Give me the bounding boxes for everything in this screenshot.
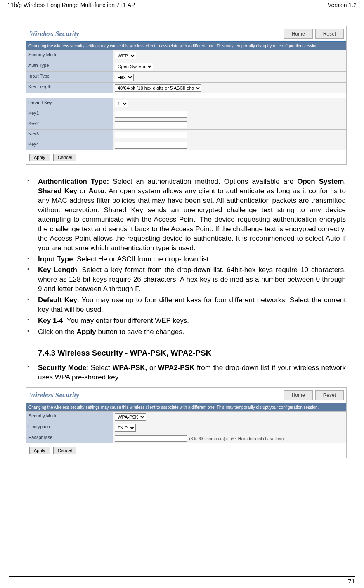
header-left: 11b/g Wireless Long Range Multi-function… xyxy=(7,2,135,8)
key2-input[interactable] xyxy=(115,121,187,128)
security-mode-select[interactable]: WPA-PSK xyxy=(115,413,146,421)
page-number: 71 xyxy=(9,576,355,585)
home-button[interactable]: Home xyxy=(284,29,313,39)
info-strip: Changing the wireless security settings … xyxy=(26,42,346,50)
auth-type-select[interactable]: Open System xyxy=(115,63,153,70)
passphrase-note: (8 to 63 characters) or (64 Hexadecimal … xyxy=(189,436,284,441)
reset-button[interactable]: Reset xyxy=(315,390,344,400)
bullet-default-key: Default Key: You may use up to four diff… xyxy=(18,296,346,315)
bullet-key-1-4: Key 1-4: You may enter four different WE… xyxy=(18,316,346,326)
cancel-button[interactable]: Cancel xyxy=(53,154,76,161)
bullet-auth-type: Authentication Type: Select an authentic… xyxy=(18,177,346,253)
input-type-select[interactable]: Hex xyxy=(115,74,134,81)
key2-label: Key2 xyxy=(26,119,113,129)
input-type-label: Input Type xyxy=(26,72,113,82)
encryption-select[interactable]: TKIP xyxy=(115,424,136,432)
cancel-button[interactable]: Cancel xyxy=(53,447,76,454)
key1-input[interactable] xyxy=(115,111,187,118)
page-header: 11b/g Wireless Long Range Multi-function… xyxy=(0,0,364,9)
default-key-label: Default Key xyxy=(26,98,113,109)
reset-button[interactable]: Reset xyxy=(315,29,344,39)
key-length-label: Key Length xyxy=(26,83,113,93)
encryption-label: Encryption xyxy=(26,422,113,433)
panel-title: Wireless Security xyxy=(29,30,281,38)
panel-title: Wireless Security xyxy=(29,391,281,399)
security-mode-select[interactable]: WEP xyxy=(115,52,136,59)
passphrase-label: Passphrase xyxy=(26,433,113,443)
apply-button[interactable]: Apply xyxy=(29,154,50,161)
default-key-select[interactable]: 1 xyxy=(115,100,128,107)
wireless-security-panel-wep: Wireless Security Home Reset Changing th… xyxy=(26,26,347,165)
key4-label: Key4 xyxy=(26,140,113,150)
security-mode-label: Security Mode xyxy=(26,50,113,61)
header-right: Version 1.2 xyxy=(328,2,357,8)
passphrase-input[interactable] xyxy=(115,435,187,442)
bullet-input-type: Input Type: Select He or ASCII from the … xyxy=(18,255,346,264)
auth-type-label: Auth Type xyxy=(26,61,113,71)
wireless-security-panel-wpa: Wireless Security Home Reset Changing th… xyxy=(26,387,347,458)
home-button[interactable]: Home xyxy=(284,390,313,400)
key1-label: Key1 xyxy=(26,109,113,119)
bullet-apply: Click on the Apply button to save the ch… xyxy=(18,327,346,337)
key3-input[interactable] xyxy=(115,132,187,138)
bullet-key-length: Key Length: Select a key format from the… xyxy=(18,266,346,294)
bullet-security-mode: Security Mode: Select WPA-PSK, or WPA2-P… xyxy=(18,363,346,382)
key-length-select[interactable]: 40/64-bit (10 hex digits or 5 ASCII char… xyxy=(115,84,201,92)
security-mode-label: Security Mode xyxy=(26,412,113,422)
key4-input[interactable] xyxy=(115,142,187,149)
info-strip: Changing the wireless security settings … xyxy=(26,403,346,411)
apply-button[interactable]: Apply xyxy=(29,447,50,454)
section-heading: 7.4.3 Wireless Security - WPA-PSK, WPA2-… xyxy=(38,349,346,358)
key3-label: Key3 xyxy=(26,130,113,140)
